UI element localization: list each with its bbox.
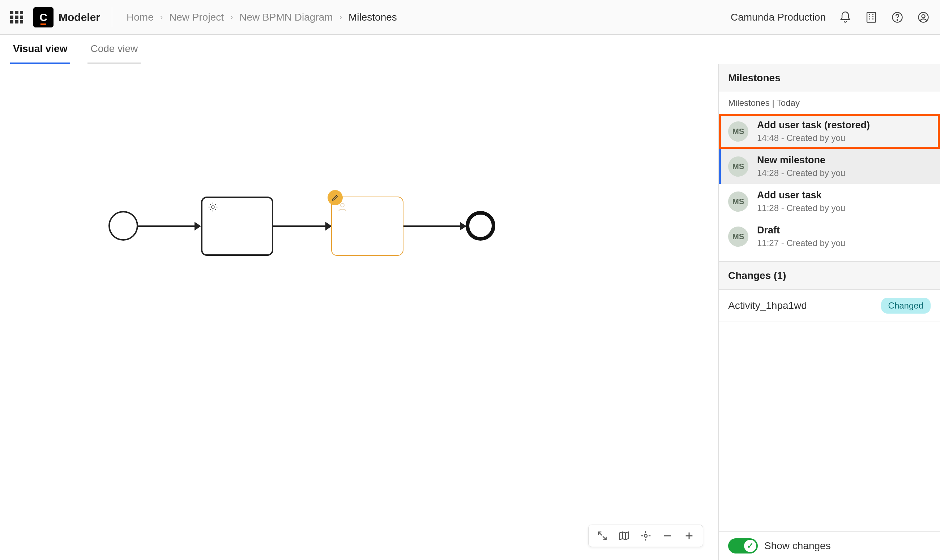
bpmn-sequence-flow[interactable] (273, 225, 331, 227)
help-icon[interactable] (891, 11, 904, 24)
milestone-title: Draft (757, 225, 845, 236)
canvas-toolbar (588, 525, 703, 547)
milestone-item[interactable]: MS Add user task 11:28 - Created by you (719, 184, 940, 219)
milestone-item[interactable]: MS Draft 11:27 - Created by you (719, 219, 940, 254)
milestone-group-label: Milestones | Today (719, 92, 940, 114)
apps-grid-icon[interactable] (10, 11, 23, 24)
bpmn-sequence-flow[interactable] (138, 225, 200, 227)
chevron-right-icon: › (339, 13, 342, 22)
bpmn-sequence-flow[interactable] (404, 225, 466, 227)
fullscreen-icon[interactable] (596, 530, 608, 542)
user-circle-icon[interactable] (917, 11, 930, 24)
view-tabs: Visual view Code view (0, 35, 940, 64)
milestone-sub: 14:48 - Created by you (757, 133, 870, 143)
svg-point-7 (644, 534, 647, 537)
breadcrumb-item[interactable]: New BPMN Diagram (239, 12, 333, 23)
zoom-out-icon[interactable] (662, 530, 673, 542)
milestone-sub: 14:28 - Created by you (757, 168, 845, 178)
breadcrumb-current: Milestones (348, 12, 397, 23)
change-row[interactable]: Activity_1hpa1wd Changed (719, 290, 940, 322)
user-icon (337, 202, 348, 212)
milestone-sub: 11:28 - Created by you (757, 203, 845, 213)
gear-icon (208, 202, 218, 212)
tab-code-view[interactable]: Code view (88, 35, 141, 64)
bpmn-service-task[interactable] (201, 197, 273, 256)
main: Milestones Milestones | Today MS Add use… (0, 64, 940, 560)
milestones-panel: Milestones Milestones | Today MS Add use… (719, 64, 940, 560)
status-badge: Changed (881, 298, 931, 314)
breadcrumb-item[interactable]: New Project (169, 12, 224, 23)
bell-icon[interactable] (839, 11, 852, 24)
milestone-item[interactable]: MS New milestone 14:28 - Created by you (719, 149, 940, 184)
chevron-right-icon: › (160, 13, 163, 22)
topbar: C Modeler Home › New Project › New BPMN … (0, 0, 940, 35)
bpmn-end-event[interactable] (466, 211, 495, 241)
breadcrumb-item[interactable]: Home (126, 12, 154, 23)
avatar: MS (728, 226, 748, 247)
diagram-canvas[interactable] (0, 64, 719, 560)
panel-footer: Show changes (719, 531, 940, 560)
center-icon[interactable] (640, 530, 652, 542)
topbar-right: Camunda Production (730, 11, 930, 24)
zoom-in-icon[interactable] (683, 530, 695, 542)
milestone-title: Add user task (757, 190, 845, 201)
show-changes-label: Show changes (764, 540, 831, 552)
org-name[interactable]: Camunda Production (730, 12, 826, 23)
show-changes-toggle[interactable] (728, 538, 758, 554)
avatar: MS (728, 191, 748, 212)
bpmn-start-event[interactable] (108, 211, 138, 241)
breadcrumb: Home › New Project › New BPMN Diagram › … (126, 12, 397, 23)
milestone-sub: 11:27 - Created by you (757, 238, 845, 248)
chevron-right-icon: › (230, 13, 233, 22)
brand-logo-icon: C (33, 7, 54, 28)
svg-point-2 (897, 20, 898, 20)
svg-point-5 (211, 206, 214, 208)
avatar: MS (728, 122, 748, 142)
avatar: MS (728, 157, 748, 177)
svg-rect-0 (867, 12, 876, 22)
building-icon[interactable] (865, 11, 878, 24)
brand[interactable]: C Modeler (33, 7, 112, 28)
change-item-name: Activity_1hpa1wd (728, 300, 807, 311)
milestone-title: New milestone (757, 155, 845, 166)
minimap-icon[interactable] (618, 530, 630, 542)
svg-point-6 (341, 203, 344, 207)
svg-point-4 (922, 14, 925, 18)
milestone-item[interactable]: MS Add user task (restored) 14:48 - Crea… (719, 114, 940, 149)
panel-title: Milestones (719, 64, 940, 92)
milestone-title: Add user task (restored) (757, 120, 870, 131)
tab-visual-view[interactable]: Visual view (10, 35, 70, 64)
changes-title: Changes (1) (719, 262, 940, 290)
bpmn-user-task[interactable] (331, 197, 404, 256)
brand-name: Modeler (59, 11, 100, 23)
